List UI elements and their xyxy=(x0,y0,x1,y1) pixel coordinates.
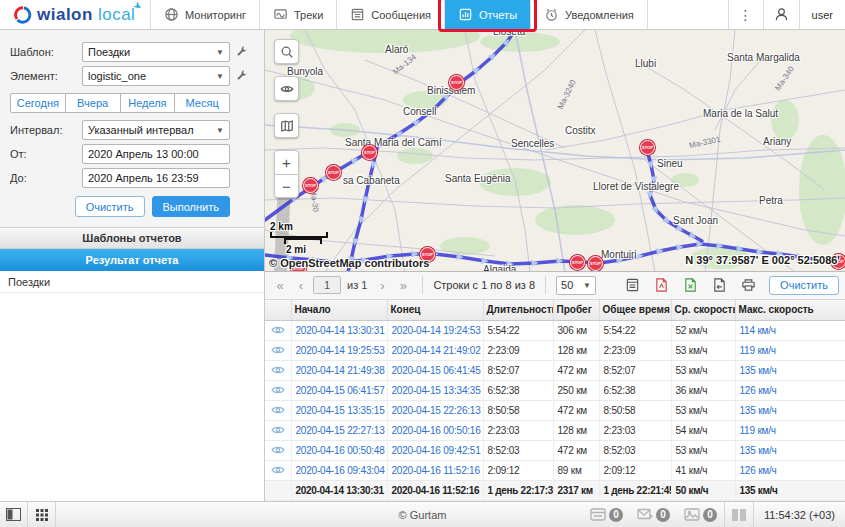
from-date-input[interactable]: 2020 Апрель 13 00:00 xyxy=(82,144,230,164)
export-pdf-button[interactable] xyxy=(648,275,674,296)
images-counter[interactable]: 0 xyxy=(684,508,717,522)
cell[interactable]: 2020-04-15 06:41:45 xyxy=(387,361,483,381)
element-settings-button[interactable] xyxy=(230,69,254,83)
print-button[interactable] xyxy=(735,275,761,296)
page-number-input[interactable] xyxy=(313,276,341,294)
tab-monitoring[interactable]: Мониторинг xyxy=(150,0,259,29)
tab-notifications[interactable]: Уведомления xyxy=(530,0,648,29)
map-stop-marker[interactable]: STOP xyxy=(640,140,655,155)
clear-form-button[interactable]: Очистить xyxy=(75,196,145,217)
cell[interactable]: 119 км/ч xyxy=(735,341,845,361)
row-visibility-toggle[interactable] xyxy=(265,361,291,381)
row-visibility-toggle[interactable] xyxy=(265,421,291,441)
section-report-result[interactable]: Результат отчета xyxy=(0,249,264,271)
table-row[interactable]: 2020-04-15 13:35:152020-04-15 22:26:138:… xyxy=(265,401,845,421)
cell[interactable]: 135 км/ч xyxy=(735,361,845,381)
storage-counter[interactable]: 0 xyxy=(590,508,623,522)
column-header[interactable]: Общее время xyxy=(599,300,671,321)
interval-select[interactable]: Указанный интервал ▼ xyxy=(82,120,230,140)
cell[interactable]: 2020-04-16 11:52:16 xyxy=(387,461,483,481)
cell[interactable]: 135 км/ч xyxy=(735,441,845,461)
row-visibility-toggle[interactable] xyxy=(265,461,291,481)
more-menu-button[interactable]: ⋮ xyxy=(728,0,763,29)
column-header[interactable]: Ср. скорость xyxy=(671,300,735,321)
cell[interactable]: 2020-04-16 00:50:16 xyxy=(387,421,483,441)
cell[interactable]: 2020-04-15 22:26:13 xyxy=(387,401,483,421)
cell[interactable]: 2020-04-16 00:50:48 xyxy=(291,441,387,461)
last-page-button[interactable]: » xyxy=(394,276,412,294)
map-stop-marker[interactable]: STOP xyxy=(449,75,464,90)
columns-button[interactable] xyxy=(725,502,753,527)
cell[interactable]: 126 км/ч xyxy=(735,381,845,401)
column-header[interactable]: Пробег xyxy=(553,300,599,321)
column-header[interactable]: Длительность xyxy=(483,300,553,321)
result-item-trips[interactable]: Поездки xyxy=(0,271,264,293)
next-page-button[interactable]: › xyxy=(373,276,391,294)
prev-page-button[interactable]: ‹ xyxy=(292,276,310,294)
map-stop-marker[interactable]: STOP xyxy=(362,145,377,160)
column-header[interactable]: Конец xyxy=(387,300,483,321)
map-stop-marker[interactable]: STOP xyxy=(588,256,603,271)
map-stop-marker[interactable]: STOP xyxy=(303,178,318,193)
execute-button[interactable]: Выполнить xyxy=(152,196,230,217)
column-header[interactable]: Макс. скорость xyxy=(735,300,845,321)
range-week-button[interactable]: Неделя xyxy=(121,93,176,113)
section-report-templates[interactable]: Шаблоны отчетов xyxy=(0,227,264,249)
map-visibility-button[interactable] xyxy=(274,76,299,101)
apps-grid-button[interactable] xyxy=(28,502,56,527)
table-row[interactable]: 2020-04-14 19:25:532020-04-14 21:49:022:… xyxy=(265,341,845,361)
cell[interactable]: 2020-04-14 13:30:31 xyxy=(291,321,387,341)
cell[interactable]: 2020-04-15 13:35:15 xyxy=(291,401,387,421)
cell[interactable]: 2020-04-14 21:49:02 xyxy=(387,341,483,361)
clear-report-button[interactable]: Очистить xyxy=(769,276,839,295)
table-row[interactable]: 2020-04-15 22:27:132020-04-16 00:50:162:… xyxy=(265,421,845,441)
user-switch-button[interactable] xyxy=(763,0,799,29)
element-select[interactable]: logistic_one ▼ xyxy=(82,66,230,86)
messages-counter[interactable]: 0 xyxy=(637,508,670,522)
cell[interactable]: 2020-04-15 22:27:13 xyxy=(291,421,387,441)
cell[interactable]: 135 км/ч xyxy=(735,401,845,421)
row-visibility-toggle[interactable] xyxy=(265,341,291,361)
map-stop-marker[interactable]: STOP xyxy=(570,255,585,270)
template-select[interactable]: Поездки ▼ xyxy=(82,42,230,62)
report-template-button[interactable] xyxy=(619,275,645,296)
tab-messages[interactable]: Сообщения xyxy=(336,0,444,29)
cell[interactable]: 2020-04-16 09:43:04 xyxy=(291,461,387,481)
first-page-button[interactable]: « xyxy=(271,276,289,294)
toggle-panel-button[interactable] xyxy=(0,502,28,527)
map-view[interactable]: LlosetaAlaróBunyolaLlubiSanta MargalidaB… xyxy=(265,30,845,272)
cell[interactable]: 2020-04-16 09:42:51 xyxy=(387,441,483,461)
table-row[interactable]: 2020-04-16 00:50:482020-04-16 09:42:518:… xyxy=(265,441,845,461)
cell[interactable]: 126 км/ч xyxy=(735,461,845,481)
range-today-button[interactable]: Сегодня xyxy=(10,93,66,113)
column-header[interactable]: Начало xyxy=(291,300,387,321)
export-excel-button[interactable] xyxy=(677,275,703,296)
table-row[interactable]: 2020-04-15 06:41:572020-04-15 13:34:356:… xyxy=(265,381,845,401)
page-size-select[interactable]: 50 ▼ xyxy=(556,276,596,295)
map-layers-button[interactable] xyxy=(274,113,299,138)
table-row[interactable]: 2020-04-14 21:49:382020-04-15 06:41:458:… xyxy=(265,361,845,381)
cell[interactable]: 2020-04-14 21:49:38 xyxy=(291,361,387,381)
map-search-button[interactable] xyxy=(274,39,299,64)
cell[interactable]: 2020-04-14 19:24:53 xyxy=(387,321,483,341)
import-file-button[interactable] xyxy=(706,275,732,296)
row-visibility-toggle[interactable] xyxy=(265,381,291,401)
table-row[interactable]: 2020-04-14 13:30:312020-04-14 19:24:535:… xyxy=(265,321,845,341)
map-stop-marker[interactable]: STOP xyxy=(326,165,341,180)
row-visibility-toggle[interactable] xyxy=(265,401,291,421)
cell[interactable]: 114 км/ч xyxy=(735,321,845,341)
to-date-input[interactable]: 2020 Апрель 16 23:59 xyxy=(82,168,230,188)
tab-tracks[interactable]: Треки xyxy=(259,0,336,29)
table-row[interactable]: 2020-04-16 09:43:042020-04-16 11:52:162:… xyxy=(265,461,845,481)
zoom-in-button[interactable]: + xyxy=(274,150,299,174)
template-settings-button[interactable] xyxy=(230,45,254,59)
cell[interactable]: 2020-04-15 06:41:57 xyxy=(291,381,387,401)
zoom-out-button[interactable]: − xyxy=(274,174,299,198)
cell[interactable]: 2020-04-15 13:34:35 xyxy=(387,381,483,401)
row-visibility-toggle[interactable] xyxy=(265,441,291,461)
tab-reports[interactable]: Отчеты xyxy=(444,0,530,29)
range-yesterday-button[interactable]: Вчера xyxy=(66,93,121,113)
row-visibility-toggle[interactable] xyxy=(265,321,291,341)
cell[interactable]: 2020-04-14 19:25:53 xyxy=(291,341,387,361)
range-month-button[interactable]: Месяц xyxy=(175,93,230,113)
